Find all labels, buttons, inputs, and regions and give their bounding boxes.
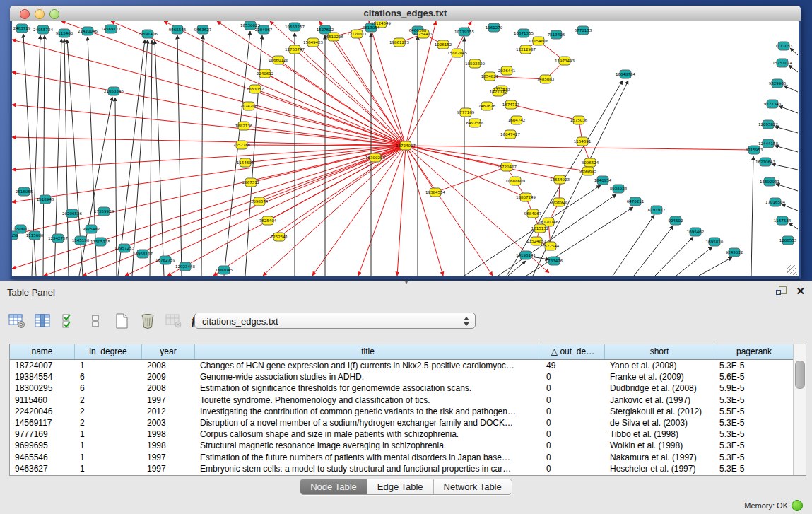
table-cell-name[interactable]: 9465546 — [10, 452, 75, 463]
table-cell-name[interactable]: 18300295 — [10, 382, 75, 394]
column-header[interactable]: △ out_de… — [541, 344, 605, 359]
table-row[interactable]: 1872400712008Changes of HCN gene express… — [10, 360, 806, 371]
table-cell-short[interactable]: Nakamura et al. (1997) — [605, 452, 714, 463]
table-cell-name[interactable]: 9463627 — [10, 463, 75, 474]
table-cell-out_degree[interactable]: 0 — [541, 395, 605, 406]
table-cell-title[interactable]: Corpus callosum shape and size in male p… — [195, 428, 541, 440]
table-cell-name[interactable]: 9699695 — [10, 440, 75, 451]
tab-network-table[interactable]: Network Table — [434, 479, 512, 494]
tab-node-table[interactable]: Node Table — [300, 479, 367, 494]
table-cell-short[interactable]: Stergiakouli et al. (2012) — [605, 406, 714, 417]
table-cell-year[interactable]: 1998 — [142, 428, 195, 440]
table-cell-year[interactable]: 2012 — [142, 406, 195, 417]
table-vertical-scrollbar[interactable] — [793, 344, 806, 475]
window-resize-grip[interactable] — [787, 265, 797, 275]
table-cell-year[interactable]: 1997 — [142, 463, 195, 474]
table-cell-title[interactable]: Changes of HCN gene expression and I(f) … — [195, 360, 541, 371]
column-header[interactable]: short — [605, 344, 714, 359]
table-cell-name[interactable]: 19384554 — [10, 371, 75, 382]
table-cell-title[interactable]: Estimation of the future numbers of pati… — [195, 452, 541, 463]
table-cell-out_degree[interactable]: 0 — [541, 463, 605, 474]
table-cell-year[interactable]: 1997 — [142, 452, 195, 463]
table-cell-short[interactable]: de Silva et al. (2003) — [605, 417, 714, 428]
table-cell-title[interactable]: Estimation of significance thresholds fo… — [195, 382, 541, 394]
table-cell-out_degree[interactable]: 0 — [541, 440, 605, 451]
table-cell-short[interactable]: Hescheler et al. (1997) — [605, 463, 714, 474]
tab-edge-table[interactable]: Edge Table — [367, 479, 434, 494]
table-cell-out_degree[interactable]: 0 — [541, 371, 605, 382]
table-cell-name[interactable]: 18724007 — [10, 360, 75, 371]
table-cell-name[interactable]: 9115460 — [10, 395, 75, 406]
table-row[interactable]: 977716911998Corpus callosum shape and si… — [10, 428, 806, 440]
table-cell-in_degree[interactable]: 1 — [75, 463, 142, 474]
memory-ok-indicator[interactable] — [792, 500, 803, 511]
table-cell-pagerank[interactable]: 5.5E-5 — [714, 406, 794, 417]
network-canvas[interactable]: 1872400724637192405572491154602242004614… — [10, 21, 801, 279]
table-cell-title[interactable]: Genome-wide association studies in ADHD. — [195, 371, 541, 382]
table-row[interactable]: 1938455462009Genome-wide association stu… — [10, 371, 806, 382]
table-cell-short[interactable]: Franke et al. (2009) — [605, 371, 714, 382]
table-cell-short[interactable]: Jankovic et al. (1997) — [605, 395, 714, 406]
table-cell-in_degree[interactable]: 1 — [75, 428, 142, 440]
table-mode-icon[interactable] — [7, 311, 27, 331]
table-cell-year[interactable]: 1998 — [142, 440, 195, 451]
table-cell-pagerank[interactable]: 5.3E-5 — [714, 440, 794, 451]
table-cell-title[interactable]: Tourette syndrome. Phenomenology and cla… — [195, 395, 541, 406]
table-cell-title[interactable]: Structural magnetic resonance image aver… — [195, 440, 541, 451]
table-cell-in_degree[interactable]: 1 — [75, 452, 142, 463]
table-cell-title[interactable]: Disruption of a novel member of a sodium… — [195, 417, 541, 428]
table-cell-pagerank[interactable]: 5.9E-5 — [714, 382, 794, 394]
table-cell-out_degree[interactable]: 0 — [541, 428, 605, 440]
table-cell-pagerank[interactable]: 5.3E-5 — [714, 395, 794, 406]
table-row[interactable]: 946554611997Estimation of the future num… — [10, 452, 806, 463]
table-cell-pagerank[interactable]: 5.3E-5 — [714, 452, 794, 463]
table-cell-out_degree[interactable]: 0 — [541, 452, 605, 463]
delete-column-icon[interactable] — [138, 311, 158, 331]
table-cell-pagerank[interactable]: 5.3E-5 — [714, 463, 794, 474]
table-cell-out_degree[interactable]: 0 — [541, 406, 605, 417]
table-cell-pagerank[interactable]: 5.6E-5 — [714, 371, 794, 382]
table-row[interactable]: 946362711997Embryonic stem cells: a mode… — [10, 463, 806, 474]
select-rows-icon[interactable] — [59, 311, 79, 331]
table-cell-short[interactable]: Dudbridge et al. (2008) — [605, 382, 714, 394]
row-height-icon[interactable] — [86, 311, 105, 331]
table-cell-in_degree[interactable]: 6 — [75, 382, 142, 394]
column-header[interactable]: pagerank — [714, 344, 794, 359]
table-cell-short[interactable]: Tibbo et al. (1998) — [605, 428, 714, 440]
network-window[interactable]: citations_edges.txt 18724007246371924055… — [10, 6, 801, 279]
table-cell-name[interactable]: 14569117 — [10, 417, 75, 428]
scrollbar-thumb[interactable] — [795, 361, 805, 389]
table-row[interactable]: 911546021997Tourette syndrome. Phenomeno… — [10, 395, 806, 406]
column-header[interactable]: year — [142, 344, 195, 359]
column-header[interactable]: title — [195, 344, 541, 359]
table-cell-out_degree[interactable]: 0 — [541, 382, 605, 394]
table-cell-in_degree[interactable]: 1 — [75, 440, 142, 451]
table-cell-year[interactable]: 2009 — [142, 371, 195, 382]
new-column-icon[interactable] — [112, 311, 131, 331]
table-cell-year[interactable]: 2008 — [142, 360, 195, 371]
table-cell-short[interactable]: Wolkin et al. (1998) — [605, 440, 714, 451]
close-panel-icon[interactable]: ✕ — [796, 285, 805, 298]
table-cell-in_degree[interactable]: 6 — [75, 371, 142, 382]
table-cell-name[interactable]: 9777169 — [10, 428, 75, 440]
table-row[interactable]: 1830029562008Estimation of significance … — [10, 382, 806, 394]
table-cell-title[interactable]: Embryonic stem cells: a model to study s… — [195, 463, 541, 474]
table-cell-in_degree[interactable]: 2 — [75, 395, 142, 406]
table-cell-pagerank[interactable]: 5.3E-5 — [714, 417, 794, 428]
table-cell-name[interactable]: 22420046 — [10, 406, 75, 417]
table-cell-year[interactable]: 1997 — [142, 395, 195, 406]
table-cell-out_degree[interactable]: 49 — [541, 360, 605, 371]
table-cell-pagerank[interactable]: 5.3E-5 — [714, 428, 794, 440]
table-cell-short[interactable]: Yano et al. (2008) — [605, 360, 714, 371]
table-row[interactable]: 969969511998Structural magnetic resonanc… — [10, 440, 806, 451]
table-cell-in_degree[interactable]: 1 — [75, 360, 142, 371]
float-panel-icon[interactable] — [776, 286, 787, 296]
table-select-dropdown[interactable]: citations_edges.txt — [194, 313, 476, 329]
table-cell-title[interactable]: Investigating the contribution of common… — [195, 406, 541, 417]
column-header[interactable]: in_degree — [75, 344, 142, 359]
table-cell-out_degree[interactable]: 0 — [541, 417, 605, 428]
table-cell-in_degree[interactable]: 2 — [75, 406, 142, 417]
table-cell-year[interactable]: 2003 — [142, 417, 195, 428]
table-cell-year[interactable]: 2008 — [142, 382, 195, 394]
table-cell-pagerank[interactable]: 5.3E-5 — [714, 360, 794, 371]
